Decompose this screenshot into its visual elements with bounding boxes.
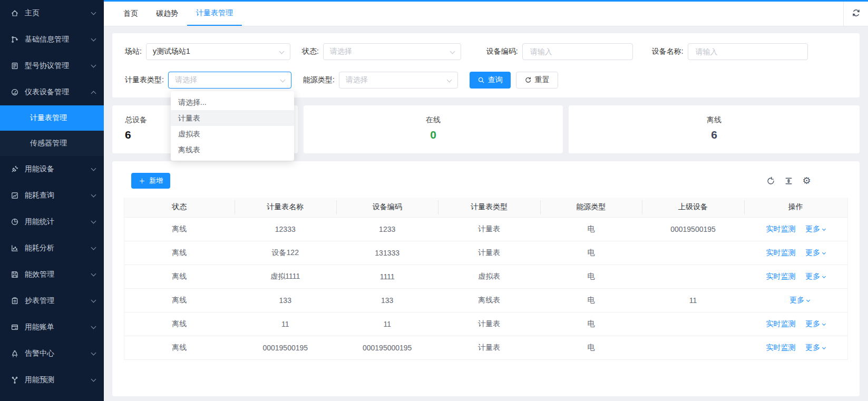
sidebar-item-meter-device[interactable]: 仪表设备管理 [0,79,104,105]
cell-status: 离线 [124,217,235,241]
sidebar-item-label: 用能预测 [25,375,54,385]
chevron-down-icon [91,350,96,356]
dropdown-option-virtual-meter[interactable]: 虚拟表 [171,126,294,142]
device-name-input[interactable] [695,47,801,56]
gear-icon[interactable]: ⚙ [802,177,811,185]
more-link[interactable]: 更多 [805,343,825,351]
sidebar-item-energy-analysis[interactable]: 能耗分析 [0,235,104,261]
reset-button[interactable]: 重置 [516,72,558,89]
dropdown-option-please-select[interactable]: 请选择... [171,94,294,110]
sidebar-subitem-meter-management[interactable]: 计量表管理 [0,105,104,131]
refresh-page-button[interactable] [843,2,868,26]
sidebar-item-forecast[interactable]: 用能预测 [0,367,104,393]
energy-type-select[interactable]: 请选择 [339,72,458,89]
more-link[interactable]: 更多 [789,296,810,304]
station-select[interactable]: y测试场站1 [146,43,290,60]
topology-icon [11,35,19,44]
meter-type-select[interactable]: 请选择 [168,72,291,89]
stat-card-offline: 离线 6 [569,105,860,153]
table-toolbar-icons: ⚙ [766,177,811,185]
plus-icon [139,178,145,184]
chevron-down-icon [91,298,96,303]
chevron-down-icon [91,324,96,329]
cell-device-code: 1111 [336,265,438,288]
cell-meter-name: 11 [235,312,336,336]
status-select[interactable]: 请选择 [323,43,461,60]
tab-home[interactable]: 首页 [114,2,147,26]
sidebar-item-alarm-center[interactable]: 告警中心 [0,340,104,367]
sidebar-item-label: 能耗分析 [25,243,54,253]
sidebar-item-model-protocol[interactable]: 型号协议管理 [0,53,104,79]
reset-icon [524,76,532,84]
col-actions: 操作 [744,198,847,217]
chevron-down-icon [91,63,96,68]
sidebar-item-meter-reading[interactable]: 抄表管理 [0,288,104,314]
tab-label: 计量表管理 [196,8,233,18]
chevron-down-icon [822,321,826,325]
cell-parent-device [642,241,744,265]
sidebar-item-energy-device[interactable]: 用能设备 [0,156,104,182]
realtime-monitor-link[interactable]: 实时监测 [766,224,795,233]
sidebar-item-usage-stats[interactable]: 用能统计 [0,209,104,235]
table-row: 离线 虚拟1111 1111 虚拟表 电 实时监测 更多 [124,265,847,288]
chevron-down-icon [91,166,96,171]
sidebar-item-label: 仪表设备管理 [25,87,69,97]
sidebar-item-bills[interactable]: 用能账单 [0,314,104,340]
realtime-monitor-link[interactable]: 实时监测 [766,248,795,257]
meter-gauge-icon [11,88,19,96]
realtime-monitor-link[interactable]: 实时监测 [766,319,795,328]
realtime-monitor-link[interactable]: 实时监测 [766,343,795,351]
bill-card-icon [11,323,19,331]
table-row: 离线 11 11 计量表 电 实时监测 更多 [124,312,847,336]
sidebar-item-base-info[interactable]: 基础信息管理 [0,26,104,53]
filter-panel: 场站: y测试场站1 状态: 请选择 设备编 [112,33,860,97]
more-link[interactable]: 更多 [805,248,825,257]
table-refresh-icon[interactable] [766,177,775,185]
filter-device-code: 设备编码: [486,43,633,60]
sidebar-item-label: 用能账单 [25,322,54,332]
sidebar-subitem-sensor-management[interactable]: 传感器管理 [0,131,104,156]
cell-status: 离线 [124,241,235,265]
cell-parent-device: 11 [642,288,744,312]
cell-status: 离线 [124,288,235,312]
chevron-down-icon [446,77,452,83]
status-select-placeholder: 请选择 [330,47,352,56]
cell-energy-type: 电 [540,288,642,312]
cell-parent-device [642,312,744,336]
sidebar-item-energy-query[interactable]: 能耗查询 [0,182,104,209]
energy-device-plug-icon [11,165,19,173]
tab-carbon-trend[interactable]: 碳趋势 [147,2,187,26]
device-code-field [522,43,633,60]
stat-label: 在线 [316,115,550,125]
tab-meter-management[interactable]: 计量表管理 [187,2,242,26]
cell-actions: 实时监测 更多 [744,241,847,265]
sidebar-item-label: 告警中心 [25,349,54,358]
status-label: 状态: [302,47,319,56]
more-link[interactable]: 更多 [805,319,825,328]
data-table: 状态 计量表名称 设备编码 计量表类型 能源类型 上级设备 操作 [124,198,848,360]
cell-actions: 实时监测 更多 [744,217,847,241]
cell-meter-type: 计量表 [438,336,540,359]
add-button[interactable]: 新增 [131,173,170,189]
dropdown-option-offline-meter[interactable]: 离线表 [171,142,294,158]
reset-button-label: 重置 [535,75,550,85]
cell-device-code: 131333 [336,241,438,265]
more-link[interactable]: 更多 [805,224,825,233]
sidebar-item-label: 能耗查询 [25,191,54,200]
sidebar-item-efficiency[interactable]: 能效管理 [0,261,104,288]
sidebar-item-home[interactable]: 主页 [0,0,104,26]
search-button[interactable]: 查询 [470,72,511,89]
efficiency-save-icon [11,270,19,279]
density-icon[interactable] [784,177,793,185]
stat-card-online: 在线 0 [304,105,563,153]
realtime-monitor-link[interactable]: 实时监测 [766,272,795,280]
device-code-input[interactable] [529,47,626,56]
add-button-label: 新增 [149,176,163,185]
more-link[interactable]: 更多 [805,272,825,280]
sidebar-item-label: 型号协议管理 [25,61,69,71]
main-area: 首页 碳趋势 计量表管理 场站: y测试场站1 [104,0,868,401]
device-code-label: 设备编码: [486,47,518,56]
page-content: 场站: y测试场站1 状态: 请选择 设备编 [104,26,868,401]
sidebar-item-label: 抄表管理 [25,296,54,306]
dropdown-option-meter[interactable]: 计量表 [171,110,294,126]
